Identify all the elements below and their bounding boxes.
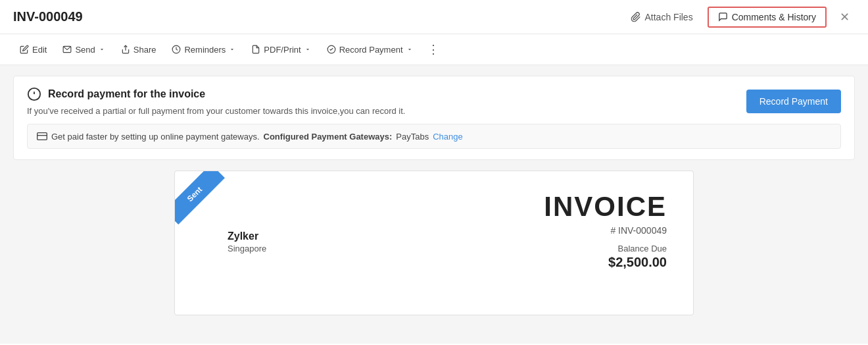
configured-label: Configured Payment Gateways: <box>264 132 393 142</box>
invoice-preview: Sent Zylker Singapore INVOICE # INV-0000… <box>174 171 694 315</box>
sent-ribbon: Sent <box>175 171 234 230</box>
pdf-icon <box>251 45 260 54</box>
reminders-dropdown-icon <box>229 46 235 53</box>
main-content: Record payment for the invoice If you've… <box>0 65 868 344</box>
pdf-print-button[interactable]: PDF/Print <box>245 41 317 59</box>
edit-icon <box>20 45 29 54</box>
invoice-number: # INV-000049 <box>544 225 667 236</box>
comment-icon <box>718 12 728 22</box>
send-button[interactable]: Send <box>56 41 111 59</box>
payment-dropdown-icon <box>406 46 413 53</box>
share-label: Share <box>133 45 157 55</box>
banner-top: Record payment for the invoice If you've… <box>27 87 841 116</box>
company-name: Zylker <box>228 230 266 242</box>
record-payment-banner: Record payment for the invoice If you've… <box>13 76 855 160</box>
more-options-button[interactable]: ⋮ <box>422 40 445 59</box>
attach-files-label: Attach Files <box>645 12 693 22</box>
pdf-dropdown-icon <box>304 46 311 53</box>
toolbar: Edit Send Share Reminders PDF/Print <box>0 34 868 65</box>
edit-label: Edit <box>32 45 47 55</box>
invoice-id: INV-000049 <box>13 9 83 24</box>
header-actions: Attach Files Comments & History ✕ <box>624 7 856 28</box>
edit-button[interactable]: Edit <box>13 41 53 59</box>
send-label: Send <box>75 45 95 55</box>
invoice-right: INVOICE # INV-000049 Balance Due $2,500.… <box>544 191 667 270</box>
record-payment-button[interactable]: Record Payment <box>746 90 841 113</box>
record-payment-toolbar-button[interactable]: Record Payment <box>320 41 420 59</box>
share-icon <box>121 45 130 54</box>
attach-files-button[interactable]: Attach Files <box>624 8 700 26</box>
banner-title-row: Record payment for the invoice <box>27 87 405 101</box>
banner-left: Record payment for the invoice If you've… <box>27 87 405 116</box>
reminders-button[interactable]: Reminders <box>165 41 242 59</box>
gateway-name: PayTabs <box>396 132 429 142</box>
send-icon <box>62 45 72 54</box>
gateway-bar: Get paid faster by setting up online pay… <box>27 124 841 149</box>
balance-due-label: Balance Due <box>544 244 667 253</box>
banner-title: Record payment for the invoice <box>48 88 205 100</box>
invoice-title: INVOICE <box>544 191 667 223</box>
banner-description: If you've received a partial or full pay… <box>27 106 405 116</box>
close-button[interactable]: ✕ <box>834 7 855 27</box>
change-gateway-link[interactable]: Change <box>433 132 463 142</box>
pdf-print-label: PDF/Print <box>264 45 301 55</box>
paperclip-icon <box>631 12 641 22</box>
comments-history-label: Comments & History <box>732 12 816 22</box>
close-icon: ✕ <box>840 11 850 24</box>
banner-payment-icon <box>27 87 41 101</box>
gateway-text: Get paid faster by setting up online pay… <box>51 132 260 142</box>
comments-history-button[interactable]: Comments & History <box>708 7 827 28</box>
send-dropdown-icon <box>99 46 105 53</box>
svg-rect-7 <box>37 133 47 140</box>
balance-amount: $2,500.00 <box>544 255 667 270</box>
record-payment-toolbar-label: Record Payment <box>339 45 403 55</box>
top-header: INV-000049 Attach Files Comments & Histo… <box>0 0 868 34</box>
credit-card-icon <box>37 131 47 142</box>
reminders-label: Reminders <box>184 45 226 55</box>
company-location: Singapore <box>228 244 266 253</box>
sent-label: Sent <box>175 171 225 225</box>
reminders-icon <box>172 45 181 54</box>
payment-icon <box>327 45 336 54</box>
share-button[interactable]: Share <box>114 41 163 59</box>
